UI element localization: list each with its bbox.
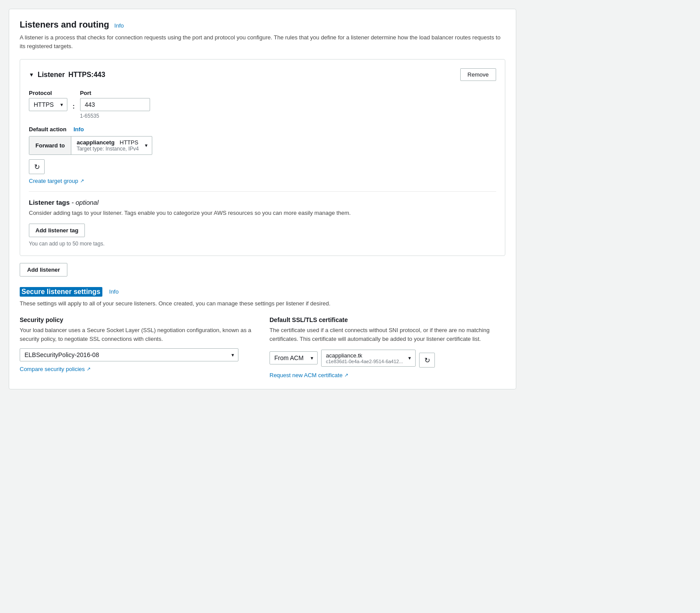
forward-to-row: Forward to acappliancetg HTTPS Target ty… (29, 136, 152, 155)
colon-separator: : (73, 90, 75, 110)
port-hint: 1-65535 (80, 113, 150, 119)
cert-name: acappliance.tk (326, 352, 403, 359)
collapse-arrow-icon[interactable]: ▼ (29, 72, 34, 78)
cert-id: c1e836d1-0e4a-4ae2-9514-6a412... (326, 359, 403, 364)
compare-security-policies-link[interactable]: Compare security policies ↗ (20, 366, 256, 372)
listener-card: ▼ Listener HTTPS:443 Remove Protocol HTT… (20, 59, 505, 256)
forward-to-value: acappliancetg HTTPS Target type: Instanc… (71, 137, 152, 154)
default-action-label-row: Default action Info (29, 126, 496, 133)
external-link-icon: ↗ (80, 178, 84, 184)
ssl-row: From ACM ▼ acappliance.tk c1e836d1-0e4a-… (270, 348, 505, 368)
security-policy-desc: Your load balancer uses a Secure Socket … (20, 326, 256, 343)
compare-link-text: Compare security policies (20, 366, 85, 372)
page-container: Listeners and routing Info A listener is… (9, 9, 516, 389)
protocol-label: Protocol (29, 90, 67, 96)
secure-settings-title: Secure listener settings (20, 287, 102, 297)
target-type-text: Target type: Instance, IPv4 (77, 146, 139, 152)
from-acm-select[interactable]: From ACM (270, 351, 318, 364)
forward-to-value-line1: acappliancetg HTTPS (77, 139, 139, 146)
secure-settings-header: Secure listener settings Info (20, 287, 505, 297)
default-action-label-text: Default action (29, 126, 66, 133)
security-policy-select-wrapper: ELBSecurityPolicy-2016-08 ▼ (20, 348, 238, 361)
create-target-group-link[interactable]: Create target group ↗ (29, 178, 496, 184)
divider (29, 191, 496, 192)
compare-external-icon: ↗ (87, 366, 91, 372)
protocol-port-row: Protocol HTTPS HTTP TCP ▼ : Port 1-65535 (29, 90, 496, 119)
tags-optional-label: - optional (72, 199, 99, 206)
from-acm-select-wrapper: From ACM ▼ (270, 351, 318, 364)
ssl-cert-label: Default SSL/TLS certificate (270, 316, 505, 323)
port-input[interactable] (80, 98, 150, 111)
tags-title-text: Listener tags (29, 199, 70, 206)
forward-to-dropdown[interactable]: acappliancetg HTTPS Target type: Instanc… (71, 137, 152, 154)
target-group-name: acappliancetg (77, 139, 115, 146)
target-protocol-badge: HTTPS (120, 139, 139, 146)
ssl-cert-desc: The certificate used if a client connect… (270, 326, 505, 343)
secure-settings-info-link[interactable]: Info (109, 288, 119, 295)
tags-title: Listener tags - optional (29, 199, 496, 206)
security-policy-label: Security policy (20, 316, 256, 323)
protocol-select[interactable]: HTTPS HTTP TCP (29, 98, 67, 111)
listener-protocol-port: HTTPS:443 (68, 71, 105, 79)
listener-tags-section: Listener tags - optional Consider adding… (29, 199, 496, 247)
default-action-info-link[interactable]: Info (74, 126, 84, 133)
listener-card-header: ▼ Listener HTTPS:443 Remove (29, 68, 496, 81)
port-group: Port 1-65535 (80, 90, 150, 119)
port-label: Port (80, 90, 150, 96)
cert-value-block: acappliance.tk c1e836d1-0e4a-4ae2-9514-6… (322, 350, 415, 366)
security-policy-column: Security policy Your load balancer uses … (20, 316, 256, 378)
add-listener-section: Add listener (20, 263, 505, 277)
ssl-cert-column: Default SSL/TLS certificate The certific… (270, 316, 505, 378)
secure-settings-section: Secure listener settings Info These sett… (20, 287, 505, 379)
remove-button[interactable]: Remove (460, 68, 496, 81)
request-cert-text: Request new ACM certificate (270, 372, 343, 378)
create-target-group-label: Create target group (29, 178, 78, 184)
listener-title: ▼ Listener HTTPS:443 (29, 71, 105, 79)
title-info-link[interactable]: Info (114, 22, 124, 29)
tags-description: Consider adding tags to your listener. T… (29, 209, 496, 217)
more-tags-hint: You can add up to 50 more tags. (29, 241, 496, 247)
request-cert-external-icon: ↗ (344, 372, 348, 378)
page-title: Listeners and routing (20, 20, 109, 29)
default-action-section: Default action Info Forward to acapplian… (29, 126, 496, 184)
protocol-group: Protocol HTTPS HTTP TCP ▼ (29, 90, 67, 111)
refresh-targets-button[interactable]: ↻ (29, 159, 45, 174)
cert-select-wrapper[interactable]: acappliance.tk c1e836d1-0e4a-4ae2-9514-6… (321, 350, 416, 367)
settings-two-col: Security policy Your load balancer uses … (20, 316, 505, 378)
secure-settings-description: These settings will apply to all of your… (20, 299, 505, 308)
refresh-cert-button[interactable]: ↻ (419, 353, 435, 368)
request-cert-link[interactable]: Request new ACM certificate ↗ (270, 372, 505, 378)
section-description: A listener is a process that checks for … (20, 33, 505, 50)
security-policy-select[interactable]: ELBSecurityPolicy-2016-08 (20, 348, 238, 361)
add-listener-button[interactable]: Add listener (20, 263, 67, 277)
listener-prefix-label: Listener (38, 71, 65, 79)
forward-to-label: Forward to (29, 137, 71, 154)
protocol-select-wrapper: HTTPS HTTP TCP ▼ (29, 98, 67, 111)
section-header: Listeners and routing Info (20, 20, 505, 30)
add-listener-tag-button[interactable]: Add listener tag (29, 224, 85, 237)
